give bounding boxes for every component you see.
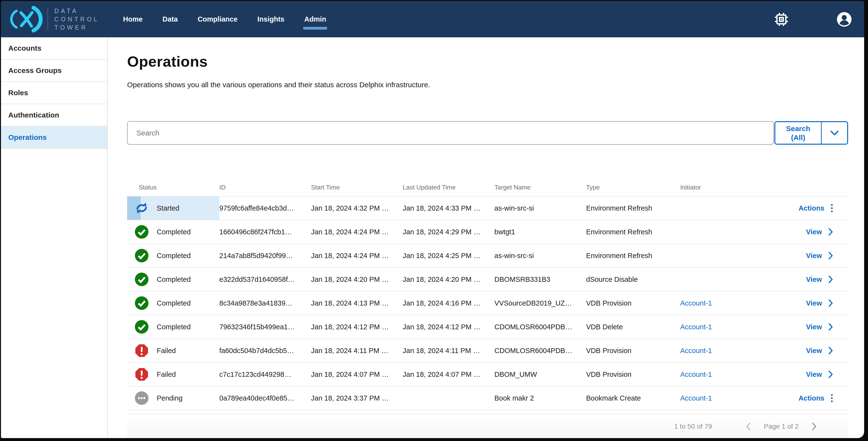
row-action-icon: [828, 299, 833, 307]
column-header-id: ID: [219, 184, 311, 196]
sidebar-item-label: Accounts: [8, 44, 41, 52]
table-row: Completed 8c34a9878e3a41839… Jan 18, 202…: [127, 291, 848, 315]
next-page-button[interactable]: [809, 421, 819, 432]
status-cell: Started: [127, 197, 219, 220]
initiator-cell: [680, 197, 753, 220]
id-cell: 214a7ab8f5d9420f99…: [219, 244, 311, 267]
sidebar-item-authentication[interactable]: Authentication: [1, 104, 107, 127]
id-cell: c7c17c123cd449298…: [219, 363, 311, 386]
start-time-cell: Jan 18, 2024 3:37 PM …: [311, 386, 403, 410]
last-updated-cell: Jan 18, 2024 4:16 PM …: [403, 292, 494, 315]
actions-menu-link[interactable]: Actions: [799, 204, 833, 212]
view-link[interactable]: View: [806, 275, 833, 283]
report-octagon-icon: [135, 344, 149, 358]
column-header-start-time: Start Time: [311, 184, 403, 196]
initiator-link[interactable]: Account-1: [680, 394, 712, 402]
status-icon: [135, 201, 149, 215]
row-action-icon: [828, 228, 833, 236]
column-header: [753, 191, 848, 196]
status-label: Pending: [157, 394, 182, 402]
status-label: Failed: [157, 371, 176, 378]
status-label: Completed: [157, 252, 191, 260]
check-circle-icon: [135, 273, 149, 286]
last-updated-cell: Jan 18, 2024 4:29 PM …: [403, 220, 494, 243]
search-all-button[interactable]: Search (All): [775, 122, 821, 144]
initiator-link[interactable]: Account-1: [680, 371, 712, 378]
sidebar-item-label: Access Groups: [8, 66, 62, 75]
table-row: Started 9759fc6affe84e4cb3d… Jan 18, 202…: [127, 196, 848, 220]
table-row: Completed 79632346f15b499ea1… Jan 18, 20…: [127, 315, 848, 339]
initiator-cell: Account-1: [680, 339, 753, 362]
row-action-label: View: [806, 371, 822, 378]
start-time-cell: Jan 18, 2024 4:20 PM …: [311, 268, 403, 291]
search-input[interactable]: [127, 121, 774, 145]
search-scope-dropdown[interactable]: [822, 122, 847, 144]
status-cell: Completed: [127, 292, 219, 315]
status-icon: [135, 225, 149, 239]
id-cell: 9759fc6affe84e4cb3d…: [219, 197, 311, 220]
initiator-link[interactable]: Account-1: [680, 323, 712, 331]
target-name-cell: VVSourceDB2019_UZ…: [494, 292, 586, 315]
sidebar-item-operations[interactable]: Operations: [1, 127, 107, 149]
type-cell: VDB Delete: [586, 315, 680, 339]
last-updated-cell: Jan 18, 2024 4:33 PM …: [403, 197, 494, 220]
row-action-icon: [828, 323, 833, 331]
table-row: Completed e322dd537d1640958f… Jan 18, 20…: [127, 267, 848, 291]
report-octagon-icon: [135, 368, 149, 381]
row-action-label: Actions: [799, 394, 824, 402]
nav-item-home[interactable]: Home: [123, 13, 143, 26]
view-link[interactable]: View: [806, 251, 833, 260]
prev-page-button[interactable]: [743, 421, 754, 432]
sidebar-item-access-groups[interactable]: Access Groups: [1, 60, 107, 82]
account-avatar-icon[interactable]: [837, 12, 851, 27]
action-cell: View: [753, 292, 848, 315]
sidebar-item-label: Roles: [8, 89, 28, 97]
initiator-link[interactable]: Account-1: [680, 299, 712, 307]
actions-menu-link[interactable]: Actions: [799, 394, 833, 403]
status-label: Completed: [157, 228, 191, 236]
brand-divider: [48, 8, 48, 30]
operations-table: StatusIDStart TimeLast Updated TimeTarge…: [127, 172, 848, 438]
column-header-last-updated-time: Last Updated Time: [403, 184, 494, 196]
nav-item-data[interactable]: Data: [162, 13, 178, 26]
row-action-icon: [831, 204, 833, 212]
nav-item-label: Admin: [304, 15, 326, 23]
table-row: Failed c7c17c123cd449298… Jan 18, 2024 4…: [127, 362, 848, 386]
chevron-right-icon: [828, 228, 833, 236]
nav-item-insights[interactable]: Insights: [257, 13, 285, 26]
initiator-link[interactable]: Account-1: [680, 347, 712, 355]
view-link[interactable]: View: [806, 370, 833, 378]
status-cell: Completed: [127, 268, 219, 291]
table-header-row: StatusIDStart TimeLast Updated TimeTarge…: [127, 172, 848, 196]
status-icon: [135, 320, 149, 334]
type-cell: VDB Provision: [586, 339, 680, 362]
admin-sidebar: Accounts Access Groups Roles Authenticat…: [1, 37, 108, 438]
nav-item-compliance[interactable]: Compliance: [197, 13, 238, 26]
dct-logo-icon: [8, 5, 44, 33]
view-link[interactable]: View: [806, 299, 833, 307]
table-footer: 1 to 50 of 79 Page 1 of 2: [127, 414, 848, 438]
type-cell: Environment Refresh: [586, 220, 680, 243]
page-description: Operations shows you all the various ope…: [127, 79, 848, 90]
initiator-cell: [680, 244, 753, 267]
nav-item-admin[interactable]: Admin: [304, 13, 327, 26]
row-action-icon: [831, 394, 833, 403]
status-label: Failed: [157, 347, 176, 355]
status-label: Completed: [157, 275, 191, 283]
row-action-icon: [828, 370, 833, 378]
chevron-right-icon: [828, 370, 833, 378]
view-link[interactable]: View: [806, 323, 833, 331]
target-name-cell: Book makr 2: [494, 386, 586, 410]
view-link[interactable]: View: [806, 346, 833, 355]
target-name-cell: as-win-src-si: [494, 197, 586, 220]
status-label: Started: [157, 204, 180, 212]
settings-chip-icon[interactable]: [774, 12, 788, 26]
sidebar-item-roles[interactable]: Roles: [1, 82, 107, 104]
sidebar-item-label: Authentication: [8, 111, 59, 119]
view-link[interactable]: View: [806, 228, 833, 236]
sidebar-item-accounts[interactable]: Accounts: [1, 37, 107, 60]
pending-icon: [135, 391, 149, 405]
start-time-cell: Jan 18, 2024 4:24 PM …: [311, 244, 403, 267]
initiator-cell: [680, 268, 753, 291]
top-navbar: DATA CONTROL TOWER Home Data Compliance …: [1, 1, 864, 37]
